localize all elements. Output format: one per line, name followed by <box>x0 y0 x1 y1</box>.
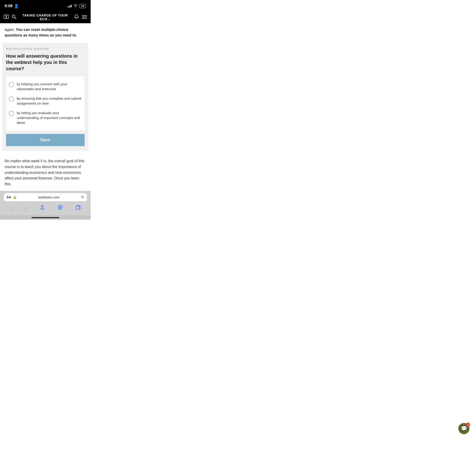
home-bar <box>31 217 59 218</box>
lock-icon: 🔒 <box>13 195 17 199</box>
svg-rect-7 <box>58 205 60 208</box>
tabs-button[interactable] <box>76 205 81 211</box>
options-container: by helping you connect with your classma… <box>6 76 85 130</box>
option-3[interactable]: by letting you evaluate your understandi… <box>9 108 82 127</box>
refresh-icon[interactable]: ↻ <box>81 195 84 199</box>
bell-icon[interactable] <box>74 14 79 20</box>
option-2-text: by ensuring that you complete and submit… <box>17 96 82 106</box>
radio-option-3[interactable] <box>9 111 14 116</box>
option-2[interactable]: by ensuring that you complete and submit… <box>9 94 82 108</box>
intro-before: again. <box>5 28 16 32</box>
svg-line-3 <box>15 17 16 19</box>
svg-rect-8 <box>60 205 62 208</box>
intro-text: again. You can reset multiple-choice que… <box>0 23 91 43</box>
status-time: 8:08 <box>5 4 13 8</box>
nav-title: TAKING CHARGE OF YOUR ECO... <box>19 14 71 21</box>
signal-icon <box>68 5 72 7</box>
browser-bar: AA 🔒 webtexts.com ↻ ‹ › <box>0 191 91 215</box>
radio-option-1[interactable] <box>9 82 14 87</box>
menu-icon[interactable] <box>82 15 87 20</box>
option-3-text: by letting you evaluate your understandi… <box>17 110 82 125</box>
svg-rect-1 <box>6 15 9 18</box>
wifi-icon <box>73 4 78 8</box>
back-button[interactable]: ‹ <box>10 204 12 212</box>
person-icon: 👤 <box>14 4 19 9</box>
svg-rect-0 <box>4 15 6 18</box>
nav-bar: TAKING CHARGE OF YOUR ECO... <box>0 11 91 23</box>
forward-button[interactable]: › <box>25 204 27 212</box>
option-1[interactable]: by helping you connect with your classma… <box>9 79 82 94</box>
browser-url-row: AA 🔒 webtexts.com ↻ <box>4 193 87 201</box>
svg-rect-11 <box>76 206 80 209</box>
option-1-text: by helping you connect with your classma… <box>17 82 82 91</box>
main-content: again. You can reset multiple-choice que… <box>0 23 91 187</box>
browser-aa[interactable]: AA <box>6 195 11 199</box>
svg-point-2 <box>12 15 15 18</box>
question-card: MULTIPLE-CHOICE QUESTION How will answer… <box>2 43 88 151</box>
book-icon[interactable] <box>4 15 9 20</box>
share-button[interactable] <box>40 205 45 211</box>
battery-icon: 23 <box>80 4 86 8</box>
status-bar: 8:08 👤 23 <box>0 0 91 11</box>
radio-option-2[interactable] <box>9 96 14 102</box>
bookmark-button[interactable] <box>58 205 63 211</box>
save-button[interactable]: Save <box>6 134 85 146</box>
question-label: MULTIPLE-CHOICE QUESTION <box>6 47 85 50</box>
search-icon[interactable] <box>12 14 16 20</box>
home-indicator <box>0 215 91 220</box>
browser-toolbar: ‹ › <box>4 204 87 214</box>
status-time-area: 8:08 👤 <box>5 4 19 9</box>
browser-url[interactable]: webtexts.com <box>18 195 79 199</box>
question-text: How will answering questions in the webt… <box>6 53 85 72</box>
status-right: 23 <box>68 4 86 8</box>
body-text: No matter what week it is, the overall g… <box>0 154 91 187</box>
